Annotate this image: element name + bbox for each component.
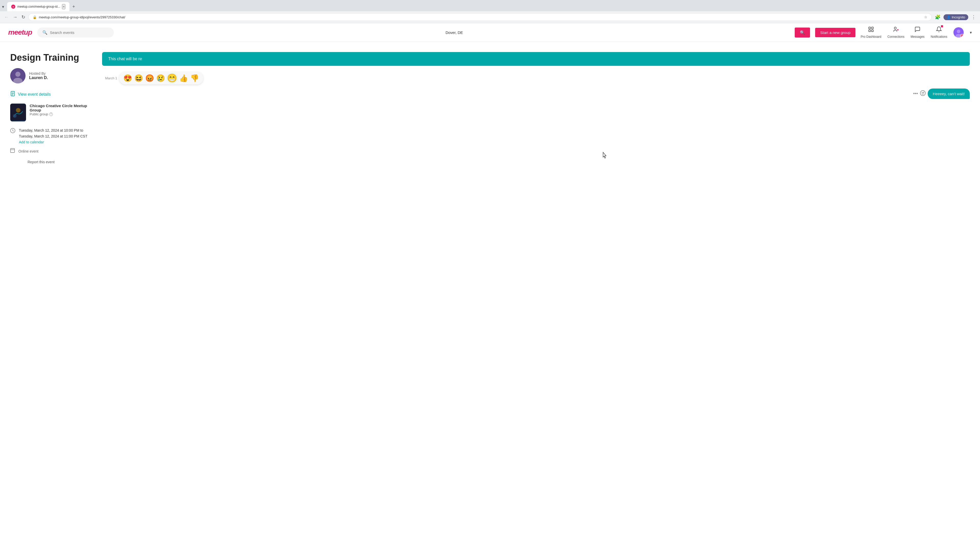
site-logo[interactable]: meetup [8, 28, 32, 37]
left-panel: Design Training Hosted By Lauren D. ••• [10, 52, 92, 164]
svg-point-24 [920, 91, 925, 96]
view-event-section: View event details [10, 91, 92, 97]
event-location-section: Online event [10, 148, 92, 155]
search-btn-icon: 🔍 [800, 30, 805, 35]
clock-icon [10, 128, 15, 135]
browser-more-button[interactable]: ⋮ [970, 13, 977, 21]
svg-point-9 [957, 30, 960, 33]
search-button[interactable]: 🔍 [795, 27, 810, 38]
angry-reaction[interactable]: 😡 [145, 74, 154, 83]
url-text: meetup.com/meetup-group-idljoojl/events/… [39, 15, 922, 19]
laughing-reaction[interactable]: 😆 [134, 74, 143, 83]
chat-area: This chat will be re March 1 😍 😆 😡 😢 😁 👍… [102, 52, 970, 164]
search-input[interactable] [50, 30, 109, 35]
cursor-overlay [602, 151, 608, 160]
lock-icon: 🔒 [33, 15, 37, 19]
host-avatar [10, 68, 25, 83]
grinning-reaction[interactable]: 😁 [166, 73, 178, 84]
close-tab-button[interactable]: × [62, 4, 65, 9]
user-avatar[interactable]: M [953, 27, 964, 38]
svg-rect-2 [869, 27, 870, 29]
active-tab[interactable]: m meetup.com/meetup-group-id... × [7, 2, 69, 11]
svg-rect-14 [11, 91, 14, 96]
thumbs-down-reaction[interactable]: 👎 [190, 74, 199, 83]
address-bar[interactable]: 🔒 meetup.com/meetup-group-idljoojl/event… [28, 13, 932, 21]
svg-point-25 [922, 92, 922, 93]
event-title: Design Training [10, 52, 92, 63]
report-event-link[interactable]: Report this event [27, 160, 55, 164]
notifications-nav-item[interactable]: Notifications [931, 26, 947, 38]
document-icon [10, 91, 15, 97]
main-nav: Pro Dashboard Connections Messages Notif… [861, 26, 972, 38]
add-to-calendar-link[interactable]: Add to calendar [19, 140, 92, 144]
refresh-button[interactable]: ↻ [21, 13, 26, 21]
chat-banner: This chat will be re [102, 52, 970, 66]
tab-favicon: m [11, 5, 15, 9]
browser-tabs: ▾ m meetup.com/meetup-group-id... × + [0, 0, 980, 11]
extensions-button[interactable]: 🧩 [934, 13, 942, 21]
tab-switcher-btn[interactable]: ▾ [2, 4, 4, 9]
svg-text:m: m [13, 6, 14, 8]
hosted-by-label: Hosted By [29, 71, 48, 76]
site-header: meetup 🔍 Dover, DE 🔍 Start a new group P… [0, 23, 980, 42]
notifications-icon [936, 26, 942, 34]
location-display: Dover, DE [119, 30, 790, 35]
host-name: Lauren D. [29, 76, 48, 80]
heart-eyes-reaction[interactable]: 😍 [123, 74, 132, 83]
svg-rect-3 [872, 27, 873, 29]
svg-rect-5 [872, 30, 873, 32]
emoji-reaction-panel: 😍 😆 😡 😢 😁 👍 👎 [119, 72, 203, 84]
svg-rect-4 [869, 30, 870, 32]
profile-icon: 👤 [947, 15, 951, 19]
add-emoji-reaction-button[interactable] [920, 90, 926, 97]
group-name[interactable]: Chicago Creative Circle Meetup Group [30, 103, 92, 112]
event-date-section: Tuesday, March 12, 2024 at 10:00 PM to T… [10, 127, 92, 144]
connections-icon [893, 26, 899, 34]
pro-dashboard-nav-item[interactable]: Pro Dashboard [861, 26, 881, 38]
messages-nav-item[interactable]: Messages [911, 26, 924, 38]
chat-date-label: March 1 [105, 76, 117, 80]
svg-point-19 [16, 108, 21, 113]
svg-point-20 [13, 114, 17, 118]
notifications-label: Notifications [931, 35, 947, 38]
search-bar-container[interactable]: 🔍 [37, 27, 114, 38]
message-row: ••• Heeeey, can't wait! [102, 87, 970, 100]
back-button[interactable]: ← [3, 14, 10, 21]
event-date-text: Tuesday, March 12, 2024 at 10:00 PM to T… [19, 127, 92, 139]
browser-actions: 🧩 👤 Incognito ⋮ [934, 13, 977, 21]
svg-rect-22 [11, 148, 14, 152]
crying-reaction[interactable]: 😢 [156, 74, 165, 83]
chat-banner-text: This chat will be re [108, 57, 142, 61]
reaction-bar: March 1 😍 😆 😡 😢 😁 👍 👎 [102, 70, 970, 86]
view-event-details-label: View event details [18, 92, 51, 97]
browser-chrome: ▾ m meetup.com/meetup-group-id... × + ← … [0, 0, 980, 23]
notification-badge [941, 25, 943, 27]
incognito-label: Incognito [952, 15, 965, 19]
svg-point-26 [923, 92, 924, 93]
thumbs-up-reaction[interactable]: 👍 [179, 74, 188, 83]
group-info: Chicago Creative Circle Meetup Group Pub… [10, 103, 92, 121]
public-group-info-icon[interactable]: ? [49, 113, 53, 116]
group-thumbnail[interactable] [10, 103, 26, 121]
message-more-actions-button[interactable]: ••• [913, 91, 918, 97]
messages-icon [915, 26, 921, 34]
host-info: Hosted By Lauren D. [10, 68, 92, 83]
new-tab-button[interactable]: + [70, 3, 77, 11]
forward-button[interactable]: → [12, 14, 18, 21]
bookmark-icon[interactable]: ☆ [924, 15, 928, 19]
pro-dashboard-label: Pro Dashboard [861, 35, 881, 38]
search-icon: 🔍 [42, 30, 48, 35]
user-menu-dropdown-button[interactable]: ▾ [970, 30, 972, 35]
group-type-label: Public group ? [30, 112, 92, 116]
view-event-details-link[interactable]: View event details [10, 91, 92, 97]
location-icon [10, 148, 15, 155]
report-section: Report this event [19, 160, 92, 164]
tab-title: meetup.com/meetup-group-id... [18, 5, 60, 8]
connections-nav-item[interactable]: Connections [887, 26, 904, 38]
profile-incognito-button[interactable]: 👤 Incognito [943, 14, 968, 20]
host-details: Hosted By Lauren D. [29, 71, 48, 80]
svg-point-6 [894, 27, 896, 29]
start-new-group-button[interactable]: Start a new group [815, 28, 856, 37]
svg-point-12 [15, 72, 21, 77]
user-badge: M [960, 34, 964, 38]
